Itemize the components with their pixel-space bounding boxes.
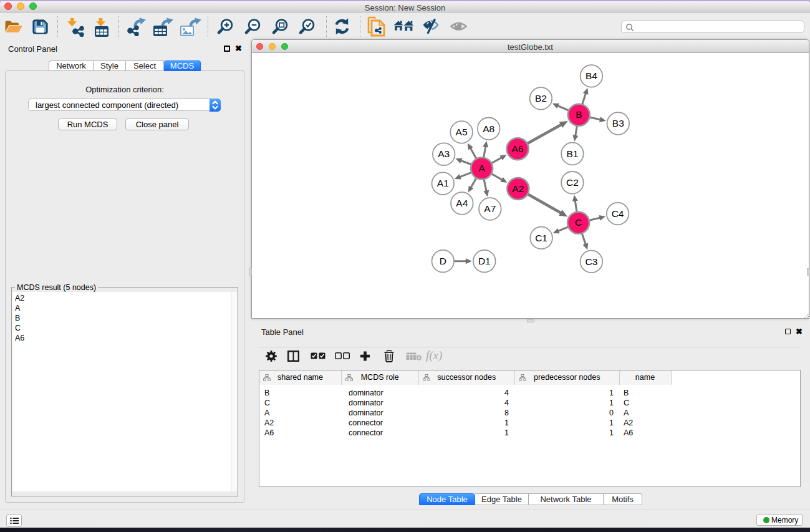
svg-text:B1: B1	[566, 148, 578, 159]
svg-text:B4: B4	[586, 70, 597, 81]
svg-text:C3: C3	[585, 256, 597, 267]
svg-text:A5: A5	[456, 127, 468, 137]
svg-text:B2: B2	[535, 93, 547, 104]
svg-text:A8: A8	[483, 123, 494, 134]
svg-text:A2: A2	[512, 183, 524, 194]
svg-text:C4: C4	[612, 208, 624, 219]
svg-text:A: A	[478, 163, 485, 173]
svg-text:C2: C2	[566, 177, 579, 188]
svg-text:A6: A6	[512, 143, 524, 154]
svg-text:D: D	[440, 256, 446, 266]
svg-text:B3: B3	[612, 118, 624, 128]
svg-text:A4: A4	[456, 198, 468, 208]
svg-text:D1: D1	[478, 256, 491, 266]
svg-text:A7: A7	[484, 203, 496, 214]
svg-text:C: C	[575, 217, 582, 228]
svg-text:B: B	[576, 109, 582, 120]
svg-text:A1: A1	[437, 178, 449, 188]
svg-text:A3: A3	[438, 148, 450, 159]
svg-text:C1: C1	[535, 233, 547, 243]
